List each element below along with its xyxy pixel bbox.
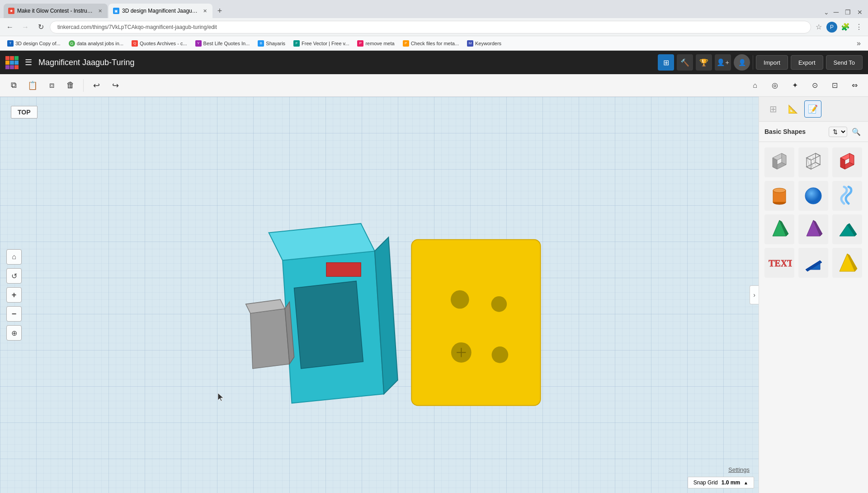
shape-blue-twist[interactable] — [832, 181, 862, 211]
tab2-close[interactable]: ✕ — [202, 8, 208, 14]
grid-panel-button[interactable]: ⊞ — [764, 100, 782, 118]
red-rectangle[interactable] — [326, 263, 361, 277]
import-button[interactable]: Import — [756, 55, 788, 70]
align-tool[interactable]: ⊡ — [826, 77, 843, 94]
sendto-button[interactable]: Send To — [826, 55, 863, 70]
viewport-label: TOP — [11, 106, 38, 119]
back-button[interactable]: ← — [4, 21, 16, 33]
main-content: TOP ⌂ ↺ + − ⊕ — [0, 97, 868, 493]
address-bar: ← → ↻ tinkercad.com/things/7VkLpTCAkqo-m… — [0, 18, 868, 36]
paste-tool[interactable]: 📋 — [24, 77, 41, 94]
cyan-inner-front[interactable] — [294, 281, 363, 369]
address-input[interactable]: tinkercad.com/things/7VkLpTCAkqo-magnifi… — [50, 21, 811, 33]
new-tab-button[interactable]: + — [213, 5, 226, 17]
reload-button[interactable]: ↻ — [34, 21, 47, 33]
bookmark-removemeta[interactable]: P remove meta — [354, 39, 398, 47]
gray-block-front[interactable] — [250, 309, 290, 369]
hamburger-menu[interactable]: ☰ — [23, 56, 34, 69]
tab-bar: ★ Make it Glow Contest - Instructa... ✕ … — [0, 0, 868, 18]
close-button[interactable]: ✕ — [855, 9, 864, 16]
viewport[interactable]: TOP ⌂ ↺ + − ⊕ — [0, 97, 759, 493]
rotate-view-button[interactable]: ↺ — [6, 268, 22, 284]
ruler-panel-button[interactable]: 📐 — [784, 100, 802, 118]
mirror-tool[interactable]: ⇔ — [846, 77, 863, 94]
svg-marker-4 — [773, 158, 777, 169]
restore-button[interactable]: ❐ — [843, 9, 853, 16]
project-title: Magnificent Jaagub-Turing — [38, 58, 653, 67]
panel-collapse-chevron[interactable]: › — [750, 285, 759, 304]
shape-red-text[interactable]: TEXT — [764, 248, 794, 278]
add-user-button[interactable]: 👤+ — [715, 54, 731, 71]
delete-tool[interactable]: 🗑 — [62, 77, 79, 94]
grid-view-button[interactable]: ⊞ — [658, 54, 674, 71]
shape-yellow-pyramid[interactable] — [832, 248, 862, 278]
duplicate-tool[interactable]: ⧈ — [43, 77, 60, 94]
bookmark-google[interactable]: G data analyst jobs in... — [65, 39, 127, 47]
yellow-hole-1 — [451, 290, 469, 309]
shape-teal-roof[interactable] — [832, 214, 862, 244]
shape-green-pyramid[interactable] — [764, 214, 794, 244]
zoom-out-button[interactable]: − — [6, 306, 22, 322]
shape-blue-wedge[interactable] — [798, 248, 828, 278]
build-button[interactable]: 🔨 — [677, 54, 693, 71]
right-panel: ⊞ 📐 📝 Basic Shapes ⇅ 🔍 — [759, 97, 868, 493]
redo-tool[interactable]: ↪ — [107, 77, 123, 94]
toolbar: ⧉ 📋 ⧈ 🗑 ↩ ↪ ⌂ ◎ ✦ ⊙ ⊡ ⇔ — [0, 74, 868, 97]
tab-active[interactable]: ▣ 3D design Magnificent Jaagub-T... ✕ — [108, 4, 212, 18]
notes-panel-button[interactable]: 📝 — [804, 100, 821, 118]
shape-purple-pyramid[interactable] — [798, 214, 828, 244]
bookmark-bestlife[interactable]: Y Best Life Quotes In... — [192, 39, 254, 47]
shapes-category-dropdown[interactable]: ⇅ — [829, 127, 847, 137]
shape-blue-sphere[interactable] — [798, 181, 828, 211]
bookmarks-more[interactable]: » — [853, 38, 864, 48]
view-home-tool[interactable]: ⌂ — [747, 77, 763, 94]
undo-tool[interactable]: ↩ — [88, 77, 104, 94]
more-button[interactable]: ⋮ — [854, 23, 864, 31]
home-view-button[interactable]: ⌂ — [6, 249, 22, 265]
bookmark-star[interactable]: ☆ — [814, 23, 824, 31]
svg-point-20 — [805, 188, 821, 204]
fit-view-button[interactable]: ⊕ — [6, 325, 22, 341]
extensions-button[interactable]: 🧩 — [840, 23, 851, 31]
shape-red-box[interactable] — [832, 147, 862, 177]
view-scale-tool[interactable]: ⊙ — [807, 77, 823, 94]
panel-top-icons: ⊞ 📐 📝 — [759, 97, 868, 122]
shapes-header: Basic Shapes ⇅ 🔍 — [759, 122, 868, 142]
yellow-card-body[interactable] — [411, 240, 540, 406]
profile-button[interactable]: P — [826, 22, 837, 33]
browser-frame: ★ Make it Glow Contest - Instructa... ✕ … — [0, 0, 868, 51]
tinkercad-logo[interactable] — [5, 56, 19, 69]
left-controls: ⌂ ↺ + − ⊕ — [6, 249, 22, 341]
settings-label[interactable]: Settings — [728, 466, 750, 473]
shape-orange-cylinder[interactable] — [764, 181, 794, 211]
copy-tool[interactable]: ⧉ — [5, 77, 22, 94]
export-button[interactable]: Export — [791, 55, 823, 70]
snap-grid-bar[interactable]: Snap Grid 1.0 mm ▲ — [688, 477, 754, 488]
tabs-dropdown[interactable]: ⌄ — [824, 9, 829, 16]
bookmarks-bar: T 3D design Copy of... G data analyst jo… — [0, 36, 868, 51]
bookmark-quotes[interactable]: Q Quotes Archives - c... — [128, 39, 191, 47]
view-cursor-tool[interactable]: ◎ — [767, 77, 783, 94]
shapes-search-button[interactable]: 🔍 — [850, 125, 863, 138]
snap-grid-arrow: ▲ — [744, 480, 748, 485]
forward-button[interactable]: → — [19, 21, 32, 33]
tab-inactive[interactable]: ★ Make it Glow Contest - Instructa... ✕ — [4, 4, 108, 18]
bookmark-tinkercad[interactable]: T 3D design Copy of... — [4, 39, 64, 47]
tab2-title: 3D design Magnificent Jaagub-T... — [122, 8, 199, 14]
bookmark-shayaris[interactable]: B Shayaris — [254, 39, 289, 47]
svg-marker-16 — [849, 153, 854, 165]
shape-gray-box[interactable] — [764, 147, 794, 177]
bookmark-freevector[interactable]: F Free Vector | Free v... — [290, 39, 353, 47]
bookmark-checkfiles[interactable]: P Check files for meta... — [399, 39, 462, 47]
minimize-button[interactable]: ─ — [832, 8, 840, 16]
shapes-grid: TEXT — [759, 142, 868, 283]
view-move-tool[interactable]: ✦ — [787, 77, 803, 94]
gallery-button[interactable]: 🏆 — [696, 54, 712, 71]
yellow-hole-2 — [491, 296, 507, 312]
shape-striped-box[interactable] — [798, 147, 828, 177]
bookmark-keyworders[interactable]: M Keyworders — [463, 39, 505, 47]
yellow-hole-4 — [492, 346, 509, 363]
zoom-in-button[interactable]: + — [6, 287, 22, 303]
tab1-close[interactable]: ✕ — [97, 8, 103, 14]
profile-avatar[interactable]: 👤 — [734, 54, 750, 71]
